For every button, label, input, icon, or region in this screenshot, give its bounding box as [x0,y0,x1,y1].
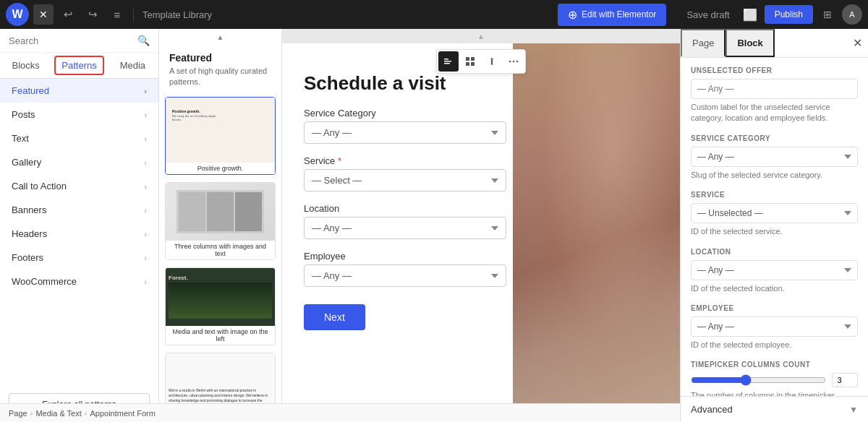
pattern-card-label: Three columns with images and text [166,241,275,259]
content-row: Schedule a visit Service Category — Any … [304,58,658,393]
search-bar: 🔍 [0,29,158,53]
thumb-col3 [235,192,262,231]
next-button[interactable]: Next [304,304,365,330]
thumb-forest-img [169,283,272,319]
service-rp-desc: ID of the selected service. [691,226,858,237]
toolbar-align-left-button[interactable] [438,51,459,72]
service-select[interactable]: — Select — [304,169,506,191]
location-rp-desc: ID of the selected location. [691,283,858,294]
settings-button[interactable]: ⊞ [817,4,838,25]
location-rp-label: LOCATION [691,248,858,256]
close-button[interactable]: ✕ [33,4,54,25]
service-category-select[interactable]: — Any — [304,121,506,144]
location-rp-select[interactable]: — Any — [691,260,858,280]
plus-icon: ⊕ [568,8,577,22]
nav-item-woocommerce[interactable]: WooCommerce › [0,270,158,293]
tab-blocks[interactable]: Blocks [0,53,51,78]
advanced-section-header[interactable]: Advanced ▼ [681,396,868,422]
svg-point-8 [513,61,514,62]
topbar: W ✕ ↩ ↪ ≡ Template Library ⊕ Edit with E… [0,0,868,29]
breadcrumb-page[interactable]: Page [9,409,27,418]
pattern-card-studio[interactable]: We're a studio in Berlin with an interna… [165,353,276,408]
chevron-right-icon: › [144,277,147,286]
pattern-thumb-positive-growth: Positive growth. We study the art of bui… [166,98,275,163]
user-avatar[interactable]: A [842,4,862,25]
chevron-down-icon: ▼ [849,405,858,415]
service-rp-section: SERVICE — Unselected — ID of the selecte… [691,191,858,237]
thumb-subtext: We study the art of building digital fut… [172,114,217,121]
block-toolbar [436,49,526,74]
pattern-card-media-text-left[interactable]: Forest. Media and text with image on the… [165,267,276,345]
tab-patterns[interactable]: Patterns [54,56,103,75]
employee-rp-select[interactable]: — Any — [691,316,858,337]
timepicker-columns-section: TIMEPICKER COLUMNS COUNT The number of c… [691,361,858,396]
scroll-up-canvas-arrow[interactable]: ▲ [477,33,485,40]
save-draft-button[interactable]: Save draft [681,7,735,23]
location-wrapper: — Any — [304,217,506,239]
pattern-thumb-media-text: Forest. [166,268,275,326]
more-options-icon [509,56,519,66]
chevron-right-icon: › [144,111,147,119]
unselected-offer-desc: Custom label for the unselected service … [691,102,858,124]
nav-item-posts[interactable]: Posts › [0,103,158,126]
template-library-link[interactable]: Template Library [140,9,215,20]
spa-image-overlay [513,43,680,408]
redo-button[interactable]: ↪ [82,4,103,25]
breadcrumb-media-text[interactable]: Media & Text [35,409,81,418]
employee-rp-label: EMPLOYEE [691,304,858,312]
scroll-up-arrow[interactable]: ▲ [163,33,277,42]
search-input[interactable] [9,35,133,46]
breadcrumb-appointment-form[interactable]: Appointment Form [90,409,155,418]
service-category-rp-label: SERVICE CATEGORY [691,134,858,142]
thumb-col2 [207,192,234,231]
search-icon[interactable]: 🔍 [137,35,150,46]
timepicker-columns-slider[interactable] [691,374,826,386]
tab-block[interactable]: Block [726,29,774,57]
toolbar-grid-button[interactable] [460,51,480,72]
nav-item-headers[interactable]: Headers › [0,222,158,246]
toolbar-arrows-button[interactable] [482,51,502,72]
employee-select[interactable]: — Any — [304,264,506,287]
spa-image [513,43,680,408]
pattern-thumb-studio: We're a studio in Berlin with an interna… [166,353,275,408]
edit-with-elementor-button[interactable]: ⊕ Edit with Elementor [558,4,666,26]
pattern-card-positive-growth[interactable]: Positive growth. We study the art of bui… [165,97,276,175]
canvas-scroll-top: ▲ [282,29,680,43]
service-category-rp-section: SERVICE CATEGORY — Any — Slug of the sel… [691,134,858,181]
unselected-offer-input[interactable] [691,79,858,99]
tab-media[interactable]: Media [107,53,158,78]
right-panel-content: UNSELECTED OFFER Custom label for the un… [681,58,868,396]
svg-rect-3 [466,57,469,61]
undo-button[interactable]: ↩ [58,4,78,25]
nav-item-banners[interactable]: Banners › [0,198,158,222]
svg-point-9 [516,61,518,62]
preview-button[interactable]: ⬜ [740,4,760,25]
employee-rp-desc: ID of the selected employee. [691,340,858,350]
nav-item-gallery[interactable]: Gallery › [0,150,158,174]
thumb-text: Positive growth. [172,109,217,114]
chevron-right-icon: › [144,87,147,95]
appointment-form-wrapper: Schedule a visit Service Category — Any … [282,43,680,408]
list-view-button[interactable]: ≡ [107,4,127,25]
iframe-wrapper: Schedule a visit Service Category — Any … [282,43,680,408]
service-category-rp-select[interactable]: — Any — [691,147,858,167]
pattern-card-three-columns[interactable]: Three columns with images and text [165,182,276,260]
timepicker-columns-number[interactable] [832,373,858,387]
breadcrumb-sep-2: › [85,409,88,418]
wp-logo[interactable]: W [6,3,29,26]
publish-button[interactable]: Publish [765,5,813,24]
tab-page[interactable]: Page [681,29,726,57]
location-select[interactable]: — Any — [304,217,506,239]
service-rp-label: SERVICE [691,191,858,199]
service-rp-select[interactable]: — Unselected — [691,203,858,223]
toolbar-more-button[interactable] [503,51,524,72]
nav-item-featured[interactable]: Featured › [0,79,158,103]
chevron-right-icon: › [144,158,147,167]
service-category-wrapper: — Any — [304,121,506,144]
employee-wrapper: — Any — [304,264,506,287]
close-panel-button[interactable]: ✕ [847,30,868,56]
arrows-icon [487,56,497,66]
nav-item-call-to-action[interactable]: Call to Action › [0,174,158,198]
nav-item-text[interactable]: Text › [0,126,158,150]
nav-item-footers[interactable]: Footers › [0,246,158,270]
